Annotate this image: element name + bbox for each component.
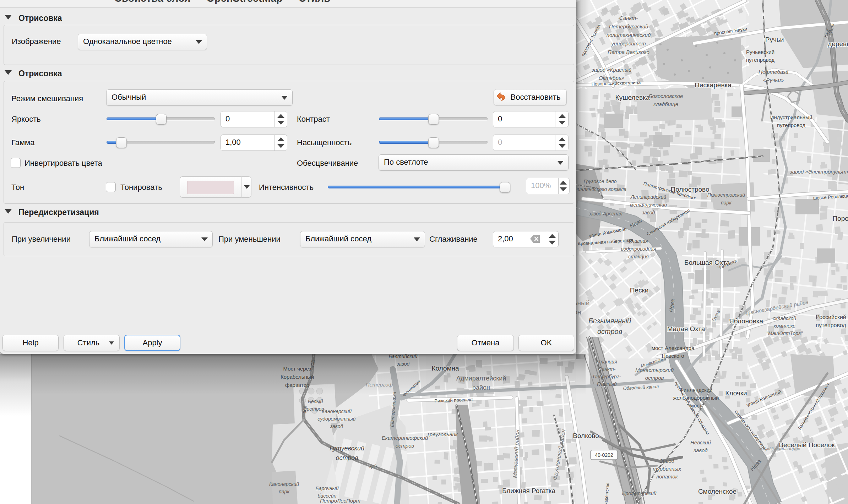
svg-text:путепровод: путепровод <box>746 57 774 63</box>
svg-text:завод: завод <box>693 447 707 453</box>
svg-text:завод: завод <box>330 423 343 429</box>
svg-text:Петра Великого: Петра Великого <box>608 49 649 55</box>
svg-text:ПетроЛесПорт: ПетроЛесПорт <box>320 498 360 504</box>
svg-text:Смоленское: Смоленское <box>698 488 736 495</box>
svg-text:железнодорожный: железнодорожный <box>673 395 719 401</box>
svg-text:Индустриальный: Индустриальный <box>770 114 812 120</box>
svg-text:Канонерский: Канонерский <box>269 481 299 487</box>
svg-text:комплекс: комплекс <box>774 323 795 329</box>
svg-text:остров: остров <box>336 454 358 461</box>
svg-text:«Ручьи»: «Ручьи» <box>763 77 784 83</box>
svg-text:деревня: деревня <box>828 40 848 48</box>
svg-text:ЗСД: ЗСД <box>302 405 307 413</box>
svg-text:Завод: Завод <box>659 458 674 464</box>
svg-text:Петербург-: Петербург- <box>593 374 621 379</box>
svg-text:завод: завод <box>642 210 655 215</box>
svg-text:завод «Электропульт»: завод «Электропульт» <box>789 169 848 175</box>
svg-text:Петербургский: Петербургский <box>609 23 648 29</box>
svg-text:парк: парк <box>721 200 732 206</box>
svg-text:Кушелевка: Кушелевка <box>615 94 650 101</box>
svg-text:завод Арсенал: завод Арсенал <box>588 211 623 217</box>
svg-text:Яблоновка: Яблоновка <box>729 317 763 325</box>
svg-text:Волково: Волково <box>573 432 599 439</box>
svg-text:мост: мост <box>690 402 702 409</box>
svg-text:турбинных: турбинных <box>653 466 681 472</box>
svg-text:Нефтебаза: Нефтебаза <box>759 69 788 75</box>
svg-text:Ближняя Рогатка: Ближняя Рогатка <box>502 487 556 494</box>
svg-text:Клочки: Клочки <box>725 389 747 397</box>
svg-text:Пролетарский: Пролетарский <box>622 491 656 496</box>
svg-text:Пески: Пески <box>630 286 649 294</box>
svg-text:лопаток: лопаток <box>656 473 678 480</box>
svg-text:Финляндский: Финляндский <box>680 387 713 393</box>
svg-text:Малая Охта: Малая Охта <box>667 325 705 333</box>
svg-text:Пискарёвка: Пискарёвка <box>695 81 732 89</box>
svg-text:Российский: Российский <box>816 314 846 320</box>
svg-text:водопроводная: водопроводная <box>621 246 656 252</box>
svg-text:путепровод: путепровод <box>777 122 805 128</box>
svg-text:Порохов: Порохов <box>832 215 848 222</box>
svg-text:станция: станция <box>597 359 617 365</box>
svg-text:завод «Красный: завод «Красный <box>591 67 632 73</box>
svg-text:судоремонтный: судоремонтный <box>317 416 356 422</box>
svg-text:университет: университет <box>611 40 646 46</box>
svg-text:Белый: Белый <box>308 399 323 404</box>
svg-text:Ручьевский: Ручьевский <box>746 49 774 55</box>
svg-text:Санкт-: Санкт- <box>598 366 616 372</box>
svg-text:складской: складской <box>773 316 796 321</box>
svg-text:станция: станция <box>628 254 649 259</box>
svg-text:Безымянный: Безымянный <box>588 317 631 325</box>
svg-text:мост Александра: мост Александра <box>652 345 695 351</box>
svg-text:Треугольник: Треугольник <box>426 431 458 437</box>
svg-text:путепровод: путепровод <box>816 322 846 328</box>
svg-text:политехнический: политехнический <box>607 32 651 38</box>
svg-text:Октябрь»: Октябрь» <box>599 75 624 81</box>
svg-text:Канонерский: Канонерский <box>322 409 352 414</box>
svg-text:Богословское: Богословское <box>649 93 683 99</box>
svg-text:Невского: Невского <box>662 353 684 359</box>
svg-text:остров: остров <box>597 328 622 335</box>
svg-text:"МашОптТорг": "МашОптТорг" <box>766 330 803 336</box>
svg-text:Санкт-: Санкт- <box>619 15 638 21</box>
svg-text:Ленинградский: Ленинградский <box>630 194 666 200</box>
svg-text:Невский: Невский <box>690 439 711 445</box>
svg-text:остров: остров <box>645 375 664 381</box>
svg-text:Барочный: Барочный <box>316 486 339 491</box>
svg-text:Главный: Главный <box>597 381 617 387</box>
svg-text:Ручьи: Ручьи <box>765 36 784 43</box>
svg-text:остров: остров <box>396 443 414 449</box>
svg-text:40-0202: 40-0202 <box>595 452 613 458</box>
svg-text:металлический: металлический <box>630 202 667 208</box>
svg-text:кладбище: кладбище <box>653 101 678 107</box>
svg-text:Екатерингофский: Екатерингофский <box>382 435 428 441</box>
svg-text:Полюстровский: Полюстровский <box>707 192 745 198</box>
svg-text:парк: парк <box>279 489 290 494</box>
svg-text:Гутуевский: Гутуевский <box>330 445 364 452</box>
